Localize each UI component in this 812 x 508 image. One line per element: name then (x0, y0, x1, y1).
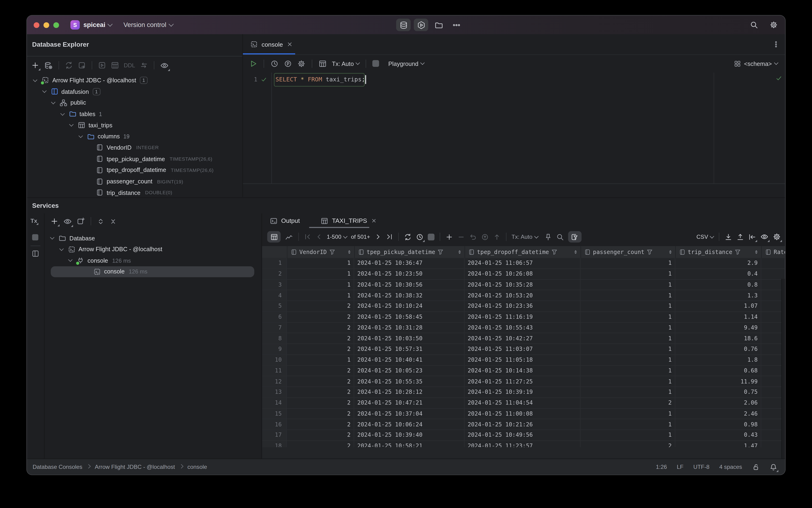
trip-distance-cell[interactable]: 9.49 (675, 323, 761, 333)
chevron-down-icon[interactable] (51, 100, 55, 104)
datasource-properties-button[interactable] (44, 61, 53, 70)
pickup-datetime-cell[interactable]: 2024-01-25 10:10:24 (354, 301, 465, 311)
filter-funnel-icon[interactable] (646, 249, 653, 255)
column-header[interactable]: tpep_pickup_datetime (355, 246, 465, 258)
caret-position[interactable]: 1:26 (656, 464, 667, 470)
passenger-count-cell[interactable]: 1 (581, 258, 675, 268)
pickup-datetime-cell[interactable]: 2024-01-25 10:23:50 (354, 269, 465, 279)
vendor-id-cell[interactable]: 1 (287, 280, 354, 290)
last-page-button[interactable] (386, 233, 393, 241)
row-number-cell[interactable]: 4 (262, 290, 287, 301)
passenger-count-cell[interactable]: 1 (581, 323, 675, 333)
next-page-button[interactable] (374, 233, 381, 241)
breadcrumb-item[interactable]: console (187, 464, 207, 470)
view-options-button[interactable] (63, 217, 72, 226)
pickup-datetime-cell[interactable]: 2024-01-25 10:57:31 (354, 344, 465, 354)
pickup-datetime-cell[interactable]: 2024-01-25 10:03:50 (354, 333, 465, 344)
dropoff-datetime-cell[interactable]: 2024-01-25 11:05:18 (465, 355, 581, 365)
pickup-datetime-cell[interactable]: 2024-01-25 10:40:41 (354, 355, 465, 365)
sort-icon[interactable] (347, 249, 352, 255)
column-header[interactable]: trip_distance (676, 246, 762, 258)
column-header[interactable]: passenger_count (581, 246, 676, 258)
vendor-id-cell[interactable]: 2 (287, 333, 354, 344)
layout-icon[interactable] (32, 250, 39, 257)
line-separator[interactable]: LF (677, 464, 683, 470)
settings-button[interactable] (770, 20, 778, 29)
zoom-window-button[interactable] (53, 22, 59, 28)
minimize-window-button[interactable] (44, 22, 49, 28)
row-number-cell[interactable]: 6 (262, 312, 287, 322)
collapse-all-button[interactable] (109, 217, 117, 225)
column-header[interactable]: Rate (762, 246, 785, 258)
preview-changes-button[interactable] (481, 233, 489, 241)
trip-distance-cell[interactable]: 0.4 (675, 269, 761, 279)
row-number-cell[interactable]: 3 (262, 280, 287, 290)
dropoff-datetime-cell[interactable]: 2024-01-25 10:55:43 (465, 323, 581, 333)
table-view-button[interactable] (267, 231, 281, 243)
run-button[interactable] (249, 59, 257, 68)
indent-setting[interactable]: 4 spaces (719, 464, 742, 470)
trip-distance-cell[interactable]: 0.68 (675, 366, 761, 376)
trip-distance-cell[interactable]: 1.8 (675, 355, 761, 365)
chevron-down-icon[interactable] (42, 89, 46, 93)
pickup-datetime-cell[interactable]: 2024-01-25 10:05:23 (354, 366, 465, 376)
stop-button[interactable] (372, 60, 379, 67)
tree-item-column[interactable]: tpep_dropoff_datetime TIMESTAMP(26,6) (27, 164, 242, 176)
row-number-cell[interactable]: 7 (262, 323, 287, 333)
dropoff-datetime-cell[interactable]: 2024-01-25 10:23:36 (465, 301, 581, 311)
filter-funnel-icon[interactable] (551, 249, 558, 255)
dropoff-datetime-cell[interactable]: 2024-01-25 11:00:08 (465, 409, 581, 419)
tree-item-datasource[interactable]: Arrow Flight JDBC - @localhost (45, 244, 262, 255)
passenger-count-cell[interactable]: 1 (581, 301, 675, 311)
add-datasource-button[interactable] (31, 61, 39, 70)
trip-distance-cell[interactable]: 0.43 (675, 430, 761, 440)
delete-row-button[interactable] (457, 233, 465, 241)
expand-all-button[interactable] (97, 217, 104, 225)
close-icon[interactable] (287, 41, 294, 48)
column-header[interactable]: VendorID (287, 246, 355, 258)
vendor-id-cell[interactable]: 1 (287, 355, 354, 365)
file-encoding[interactable]: UTF-8 (693, 464, 710, 470)
view-options-button[interactable] (160, 61, 169, 70)
passenger-count-cell[interactable]: 1 (581, 409, 675, 419)
passenger-count-cell[interactable]: 1 (581, 387, 675, 397)
row-number-cell[interactable]: 17 (262, 430, 287, 440)
vcs-selector[interactable]: Version control (124, 22, 173, 29)
vendor-id-cell[interactable]: 2 (287, 430, 354, 440)
passenger-count-cell[interactable]: 1 (581, 269, 675, 279)
row-number-cell[interactable]: 11 (262, 366, 287, 376)
dropoff-datetime-cell[interactable]: 2024-01-25 10:35:28 (465, 280, 581, 290)
dropoff-datetime-cell[interactable]: 2024-01-25 10:49:56 (465, 430, 581, 440)
vendor-id-cell[interactable]: 2 (287, 409, 354, 419)
chevron-down-icon[interactable] (79, 134, 83, 138)
row-number-cell[interactable]: 2 (262, 269, 287, 279)
tree-item-session[interactable]: console 126 ms (45, 255, 262, 266)
grid-settings-button[interactable] (773, 232, 781, 241)
pickup-datetime-cell[interactable]: 2024-01-25 10:28:12 (354, 387, 465, 397)
vendor-id-cell[interactable]: 2 (287, 344, 354, 354)
database-tool-button[interactable] (396, 19, 411, 31)
vendor-id-cell[interactable]: 1 (287, 290, 354, 301)
project-selector[interactable]: spiceai (84, 22, 112, 29)
dropoff-datetime-cell[interactable]: 2024-01-25 11:23:57 (465, 441, 581, 447)
vendor-id-cell[interactable]: 2 (287, 376, 354, 386)
lock-button[interactable] (752, 463, 760, 471)
passenger-count-cell[interactable]: 2 (581, 441, 675, 447)
tree-item-table[interactable]: taxi_trips (27, 120, 242, 131)
refresh-button[interactable] (65, 61, 73, 70)
row-number-cell[interactable]: 16 (262, 419, 287, 430)
more-actions-button[interactable] (449, 19, 463, 31)
sort-icon[interactable] (668, 249, 673, 255)
run-configuration-button[interactable] (414, 19, 428, 31)
results-view-button[interactable] (319, 59, 327, 68)
auto-refresh-button[interactable] (416, 233, 423, 241)
notifications-button[interactable] (770, 463, 777, 471)
dropoff-datetime-cell[interactable]: 2024-01-25 11:06:57 (465, 258, 581, 268)
dropoff-datetime-cell[interactable]: 2024-01-25 10:14:38 (465, 366, 581, 376)
tab-output[interactable]: Output (264, 213, 306, 228)
trip-distance-cell[interactable]: 1.14 (675, 312, 761, 322)
stop-button[interactable] (427, 234, 434, 240)
inspections-ok-icon[interactable] (775, 75, 782, 82)
trip-distance-cell[interactable]: 1.47 (675, 441, 761, 447)
passenger-count-cell[interactable]: 1 (581, 355, 675, 365)
